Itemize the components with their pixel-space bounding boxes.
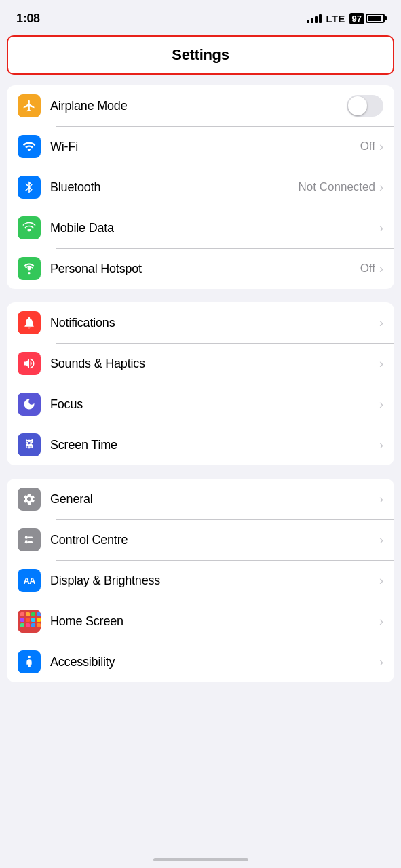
settings-group-notifications: Notifications › Sounds & Haptics › Focus… — [7, 302, 394, 465]
accessibility-chevron-icon: › — [379, 655, 383, 669]
sounds-haptics-icon — [18, 352, 41, 375]
home-screen-chevron-icon: › — [379, 614, 383, 629]
svg-rect-11 — [26, 618, 30, 622]
accessibility-label: Accessibility — [50, 655, 379, 669]
home-indicator — [153, 858, 248, 861]
personal-hotspot-label: Personal Hotspot — [50, 262, 360, 276]
home-screen-label: Home Screen — [50, 614, 379, 629]
battery-percent: 97 — [349, 13, 364, 24]
svg-rect-16 — [31, 623, 35, 627]
settings-group-display: General › Control Centre › AA Display & … — [7, 479, 394, 682]
sounds-haptics-chevron-icon: › — [379, 357, 383, 371]
focus-label: Focus — [50, 397, 379, 412]
toggle-knob — [348, 96, 367, 115]
svg-rect-17 — [37, 623, 41, 627]
status-time: 1:08 — [16, 12, 40, 26]
screen-time-chevron-icon: › — [379, 438, 383, 452]
svg-rect-12 — [31, 618, 35, 622]
airplane-mode-label: Airplane Mode — [50, 99, 347, 113]
settings-group-connectivity: Airplane Mode Wi-Fi Off › Bluetooth Not … — [7, 85, 394, 289]
battery-container: 97 — [349, 13, 385, 24]
battery-fill — [368, 16, 381, 21]
control-centre-icon — [18, 528, 41, 551]
personal-hotspot-chevron-icon: › — [379, 262, 383, 276]
bluetooth-label: Bluetooth — [50, 180, 299, 195]
settings-row-general[interactable]: General › — [7, 479, 394, 519]
svg-point-18 — [28, 656, 31, 658]
screen-time-icon — [18, 433, 41, 456]
battery-icon — [366, 14, 385, 23]
status-bar: 1:08 LTE 97 — [0, 0, 401, 33]
svg-point-0 — [28, 272, 30, 274]
svg-rect-15 — [26, 623, 30, 627]
page-title-bar: Settings — [7, 35, 394, 75]
focus-chevron-icon: › — [379, 397, 383, 412]
svg-rect-7 — [26, 612, 30, 616]
general-chevron-icon: › — [379, 492, 383, 507]
bluetooth-icon — [18, 176, 41, 199]
settings-row-sounds-haptics[interactable]: Sounds & Haptics › — [7, 343, 394, 384]
general-icon — [18, 488, 41, 511]
svg-rect-14 — [20, 623, 24, 627]
settings-row-screen-time[interactable]: Screen Time › — [7, 425, 394, 465]
page-title: Settings — [172, 46, 229, 63]
notifications-chevron-icon: › — [379, 316, 383, 330]
settings-row-bluetooth[interactable]: Bluetooth Not Connected › — [7, 167, 394, 208]
svg-point-1 — [25, 536, 28, 539]
mobile-data-icon — [18, 216, 41, 239]
mobile-data-chevron-icon: › — [379, 221, 383, 235]
svg-rect-10 — [20, 618, 24, 622]
focus-icon — [18, 393, 41, 416]
airplane-mode-icon — [18, 94, 41, 117]
sounds-haptics-label: Sounds & Haptics — [50, 357, 379, 371]
lte-label: LTE — [326, 13, 345, 24]
status-right: LTE 97 — [307, 13, 385, 24]
bluetooth-value: Not Connected — [299, 180, 375, 194]
settings-row-focus[interactable]: Focus › — [7, 384, 394, 425]
settings-row-accessibility[interactable]: Accessibility › — [7, 642, 394, 682]
svg-rect-6 — [20, 612, 24, 616]
control-centre-chevron-icon: › — [379, 533, 383, 547]
display-brightness-chevron-icon: › — [379, 574, 383, 588]
svg-rect-13 — [37, 618, 41, 622]
notifications-icon — [18, 311, 41, 334]
settings-row-airplane-mode[interactable]: Airplane Mode — [7, 85, 394, 126]
screen-time-label: Screen Time — [50, 438, 379, 452]
svg-rect-8 — [31, 612, 35, 616]
display-brightness-icon: AA — [18, 569, 41, 592]
settings-row-home-screen[interactable]: Home Screen › — [7, 601, 394, 642]
notifications-label: Notifications — [50, 316, 379, 330]
personal-hotspot-value: Off — [360, 262, 375, 275]
settings-row-notifications[interactable]: Notifications › — [7, 302, 394, 343]
accessibility-icon — [18, 650, 41, 673]
home-screen-icon — [18, 610, 41, 633]
settings-row-personal-hotspot[interactable]: Personal Hotspot Off › — [7, 248, 394, 289]
wifi-value: Off — [360, 140, 375, 153]
hotspot-icon — [18, 257, 41, 280]
svg-rect-3 — [28, 536, 33, 538]
display-brightness-label: Display & Brightness — [50, 574, 379, 588]
settings-row-display-brightness[interactable]: AA Display & Brightness › — [7, 560, 394, 601]
signal-bars-icon — [307, 14, 322, 23]
svg-rect-4 — [28, 541, 33, 543]
bluetooth-chevron-icon: › — [379, 180, 383, 195]
mobile-data-label: Mobile Data — [50, 221, 379, 235]
wifi-label: Wi-Fi — [50, 140, 360, 154]
settings-row-wifi[interactable]: Wi-Fi Off › — [7, 126, 394, 167]
wifi-chevron-icon: › — [379, 140, 383, 154]
general-label: General — [50, 492, 379, 507]
svg-rect-9 — [37, 612, 41, 616]
airplane-mode-toggle[interactable] — [347, 95, 383, 117]
wifi-icon — [18, 135, 41, 158]
control-centre-label: Control Centre — [50, 533, 379, 547]
settings-row-control-centre[interactable]: Control Centre › — [7, 519, 394, 560]
settings-row-mobile-data[interactable]: Mobile Data › — [7, 208, 394, 248]
svg-point-2 — [25, 540, 28, 543]
